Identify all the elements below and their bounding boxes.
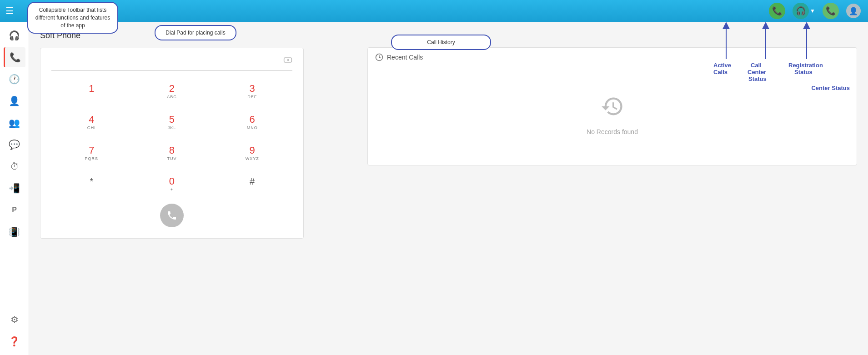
history-icon: 🕐	[9, 74, 20, 85]
recent-calls-label: Recent Calls	[387, 54, 423, 61]
no-records-icon	[601, 95, 624, 123]
callforward-icon: 📲	[9, 183, 20, 194]
contacts-icon: 👤	[9, 95, 20, 106]
recent-calls-box: Recent Calls No Records found	[367, 47, 857, 165]
sidebar-item-park[interactable]: P	[4, 200, 25, 220]
dialpad-key-7[interactable]: 7 PQRS	[51, 140, 132, 167]
dialpad-key-hash[interactable]: #	[212, 171, 292, 198]
silent-icon: 📳	[9, 226, 20, 237]
key-6-num: 6	[250, 115, 255, 125]
key-6-letters: MNO	[247, 125, 258, 131]
sidebar-item-help[interactable]: ❓	[4, 331, 25, 351]
sidebar-item-groups[interactable]: 👥	[4, 113, 25, 133]
no-records-area: No Records found	[368, 67, 857, 163]
key-8-num: 8	[169, 145, 175, 155]
sidebar-item-callforward[interactable]: 📲	[4, 178, 25, 198]
no-records-text: No Records found	[587, 128, 638, 135]
timer-icon: ⏱	[10, 161, 19, 172]
park-label: P	[12, 206, 17, 214]
sidebar-item-headset[interactable]: 🎧	[4, 25, 25, 45]
dialpad-input-row	[51, 55, 292, 71]
key-0-num: 0	[169, 176, 175, 186]
key-hash-num: #	[250, 177, 255, 186]
sidebar-item-history[interactable]: 🕐	[4, 69, 25, 89]
call-button-row	[51, 204, 292, 227]
key-5-letters: JKL	[168, 125, 176, 131]
hamburger-icon[interactable]: ☰	[5, 5, 14, 16]
dialpad-key-5[interactable]: 5 JKL	[132, 109, 212, 136]
call-center-status-dropdown[interactable]: 🎧 ▼	[793, 3, 815, 19]
settings-icon: ⚙	[10, 314, 19, 325]
dialpad-key-0[interactable]: 0 +	[132, 171, 212, 198]
sidebar-item-contacts[interactable]: 👤	[4, 91, 25, 111]
key-3-letters: DEF	[247, 95, 257, 100]
sidebar-item-chat[interactable]: 💬	[4, 135, 25, 155]
key-7-letters: PQRS	[85, 156, 99, 162]
key-0-letters: +	[171, 187, 173, 193]
dialpad-key-4[interactable]: 4 GHI	[51, 109, 132, 136]
dialpad-grid: 1 2 ABC 3 DEF 4 GHI	[51, 78, 292, 198]
headset-icon: 🎧	[9, 30, 20, 41]
dialpad-key-9[interactable]: 9 WXYZ	[212, 140, 292, 167]
key-star-num: *	[90, 177, 93, 186]
call-button[interactable]	[160, 204, 184, 227]
groups-icon: 👥	[9, 117, 20, 128]
key-9-num: 9	[250, 145, 255, 155]
key-3-num: 3	[250, 84, 255, 94]
softphone-panel: Soft Phone	[29, 22, 356, 355]
key-2-num: 2	[169, 84, 175, 94]
sidebar-item-phone[interactable]: 📞	[4, 47, 25, 67]
recent-calls-header: Recent Calls	[368, 48, 857, 67]
dialpad-key-3[interactable]: 3 DEF	[212, 78, 292, 105]
dialpad-key-8[interactable]: 8 TUV	[132, 140, 212, 167]
softphone-title: Soft Phone	[40, 31, 346, 40]
recent-calls-icon	[375, 53, 383, 61]
key-2-letters: ABC	[167, 95, 177, 100]
key-9-letters: WXYZ	[246, 156, 259, 162]
help-icon: ❓	[9, 336, 20, 347]
call-center-status-button[interactable]: 🎧	[793, 3, 809, 19]
key-7-num: 7	[89, 145, 94, 155]
dialpad-key-2[interactable]: 2 ABC	[132, 78, 212, 105]
chat-icon: 💬	[9, 139, 20, 150]
sidebar-item-timer[interactable]: ⏱	[4, 156, 25, 176]
dialpad-input[interactable]	[51, 56, 283, 66]
topbar-right: 📞 🎧 ▼ 📞 👤	[769, 0, 861, 22]
key-5-num: 5	[169, 115, 175, 125]
key-4-letters: GHI	[87, 125, 96, 131]
active-calls-button[interactable]: 📞	[769, 3, 785, 19]
registration-status-button[interactable]: 📞	[823, 3, 839, 19]
sidebar-item-settings[interactable]: ⚙	[4, 310, 25, 330]
key-1-num: 1	[89, 84, 94, 94]
topbar: ☰ 📞 🎧 ▼ 📞 👤	[0, 0, 868, 22]
key-8-letters: TUV	[167, 156, 176, 162]
callhistory-panel: Recent Calls No Records found	[356, 22, 868, 355]
dialpad-key-6[interactable]: 6 MNO	[212, 109, 292, 136]
dialpad-key-1[interactable]: 1	[51, 78, 132, 105]
main-layout: 🎧 📞 🕐 👤 👥 💬 ⏱ 📲 P 📳 ⚙	[0, 22, 868, 355]
phone-icon: 📞	[10, 52, 21, 63]
sidebar: 🎧 📞 🕐 👤 👥 💬 ⏱ 📲 P 📳 ⚙	[0, 22, 29, 355]
user-avatar[interactable]: 👤	[846, 4, 861, 18]
clear-button[interactable]	[283, 55, 292, 67]
user-icon: 👤	[849, 7, 858, 15]
key-4-num: 4	[89, 115, 94, 125]
sidebar-item-silent[interactable]: 📳	[4, 222, 25, 242]
dialpad-container: 1 2 ABC 3 DEF 4 GHI	[40, 48, 304, 239]
dialpad-key-star[interactable]: *	[51, 171, 132, 198]
dropdown-chevron[interactable]: ▼	[810, 8, 815, 14]
topbar-left: ☰	[5, 5, 14, 16]
content-area: Soft Phone	[29, 22, 868, 355]
